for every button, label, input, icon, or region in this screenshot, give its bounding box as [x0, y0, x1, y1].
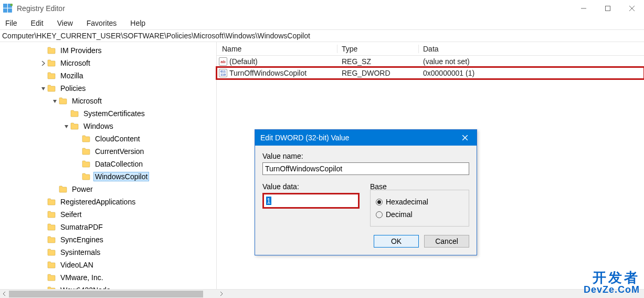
value-data-input[interactable]: 1: [262, 193, 360, 209]
list-header: Name Type Data: [217, 42, 644, 56]
folder-icon: [47, 85, 56, 92]
scroll-left-icon[interactable]: [0, 290, 9, 299]
expander-icon[interactable]: [39, 59, 47, 67]
ok-button[interactable]: OK: [374, 235, 419, 248]
dialog-title: Edit DWORD (32-bit) Value: [260, 133, 349, 142]
list-row[interactable]: 011110TurnOffWindowsCopilotREG_DWORD0x00…: [217, 67, 644, 79]
folder-icon: [70, 110, 79, 117]
cancel-button[interactable]: Cancel: [424, 235, 469, 248]
scroll-thumb[interactable]: [9, 291, 203, 297]
folder-icon: [47, 198, 56, 205]
expander-icon[interactable]: [39, 46, 47, 55]
tree-item[interactable]: Power: [0, 183, 216, 196]
svg-rect-6: [606, 6, 610, 11]
close-button[interactable]: [620, 1, 644, 16]
tree-item[interactable]: VideoLAN: [0, 259, 216, 271]
app-icon: [3, 4, 13, 13]
value-type: REG_SZ: [337, 57, 419, 66]
tree-item[interactable]: Wow6432Node: [0, 284, 216, 289]
expander-icon[interactable]: [39, 210, 47, 219]
value-name: (Default): [229, 57, 258, 66]
expander-icon[interactable]: [62, 109, 70, 118]
menu-file[interactable]: File: [3, 18, 24, 28]
tree-item[interactable]: IM Providers: [0, 44, 216, 57]
column-name[interactable]: Name: [217, 45, 337, 53]
tree-item-label: Microsoft: [59, 59, 92, 67]
tree-item[interactable]: RegisteredApplications: [0, 196, 216, 208]
tree-item[interactable]: VMware, Inc.: [0, 271, 216, 284]
tree-item[interactable]: SyncEngines: [0, 233, 216, 246]
expander-icon[interactable]: [50, 97, 59, 105]
expander-icon[interactable]: [62, 122, 70, 130]
tree-item[interactable]: WindowsCopilot: [0, 170, 216, 183]
tree-item-label: Sysinternals: [59, 248, 102, 256]
expander-icon[interactable]: [39, 71, 47, 80]
tree-item[interactable]: SystemCertificates: [0, 107, 216, 120]
expander-icon[interactable]: [73, 135, 82, 143]
folder-icon: [47, 211, 56, 218]
folder-icon: [47, 72, 56, 79]
tree-item-label: Windows: [82, 122, 115, 130]
expander-icon[interactable]: [39, 248, 47, 256]
folder-icon: [82, 173, 90, 180]
address-bar[interactable]: Computer\HKEY_CURRENT_USER\SOFTWARE\Poli…: [0, 29, 644, 42]
base-group: Hexadecimal Decimal: [370, 190, 469, 227]
svg-rect-3: [8, 8, 12, 13]
tree-item[interactable]: Mozilla: [0, 69, 216, 82]
expander-icon[interactable]: [50, 185, 59, 193]
folder-icon: [47, 223, 56, 231]
menu-favorites[interactable]: Favorites: [80, 18, 123, 28]
watermark: 开发者 DevZe.CoM: [584, 271, 640, 295]
column-type[interactable]: Type: [337, 45, 419, 53]
dialog-close-button[interactable]: [453, 130, 477, 146]
expander-icon[interactable]: [39, 261, 47, 269]
tree-item-label: SumatraPDF: [59, 223, 104, 231]
tree-item[interactable]: CurrentVersion: [0, 145, 216, 158]
tree-item[interactable]: Windows: [0, 120, 216, 132]
expander-icon[interactable]: [73, 160, 82, 168]
tree-item[interactable]: DataCollection: [0, 158, 216, 170]
expander-icon[interactable]: [39, 235, 47, 244]
radio-icon: [376, 211, 383, 218]
menu-view[interactable]: View: [51, 18, 79, 28]
folder-icon: [47, 286, 56, 289]
expander-icon[interactable]: [73, 147, 82, 156]
value-type: REG_DWORD: [337, 69, 419, 77]
tree-item[interactable]: Seifert: [0, 208, 216, 221]
expander-icon[interactable]: [73, 172, 82, 181]
edit-dword-dialog: Edit DWORD (32-bit) Value Value name: Tu…: [255, 129, 477, 255]
value-name-label: Value name:: [262, 152, 469, 160]
menu-edit[interactable]: Edit: [25, 18, 50, 28]
dialog-title-bar[interactable]: Edit DWORD (32-bit) Value: [255, 130, 477, 146]
tree-item[interactable]: Microsoft: [0, 57, 216, 69]
tree-item-label: DataCollection: [93, 160, 144, 168]
expander-icon[interactable]: [39, 273, 47, 282]
value-icon: ab: [219, 57, 227, 66]
radio-hexadecimal[interactable]: Hexadecimal: [376, 196, 463, 208]
address-path: Computer\HKEY_CURRENT_USER\SOFTWARE\Poli…: [2, 32, 310, 40]
tree-pane[interactable]: IM ProvidersMicrosoftMozillaPoliciesMicr…: [0, 42, 217, 289]
tree-item[interactable]: Microsoft: [0, 95, 216, 107]
list-row[interactable]: ab(Default)REG_SZ(value not set): [217, 56, 644, 67]
tree-item-label: RegisteredApplications: [59, 198, 137, 206]
expander-icon[interactable]: [39, 286, 47, 289]
menu-help[interactable]: Help: [124, 18, 152, 28]
value-name-input[interactable]: TurnOffWindowsCopilot: [262, 162, 469, 175]
tree-item[interactable]: SumatraPDF: [0, 221, 216, 233]
minimize-button[interactable]: [572, 1, 596, 16]
maximize-button[interactable]: [596, 1, 620, 16]
tree-item-label: Microsoft: [70, 97, 103, 105]
scroll-right-icon[interactable]: [216, 290, 225, 299]
tree-item[interactable]: CloudContent: [0, 132, 216, 145]
tree-hscrollbar[interactable]: [0, 289, 644, 298]
tree-item[interactable]: Sysinternals: [0, 246, 216, 259]
expander-icon[interactable]: [39, 198, 47, 206]
tree-item-label: VMware, Inc.: [59, 273, 105, 282]
tree-item[interactable]: Policies: [0, 82, 216, 95]
radio-decimal[interactable]: Decimal: [376, 208, 463, 221]
expander-icon[interactable]: [39, 84, 47, 93]
folder-icon: [47, 274, 56, 281]
svg-rect-0: [3, 4, 7, 8]
column-data[interactable]: Data: [419, 45, 644, 53]
expander-icon[interactable]: [39, 223, 47, 231]
